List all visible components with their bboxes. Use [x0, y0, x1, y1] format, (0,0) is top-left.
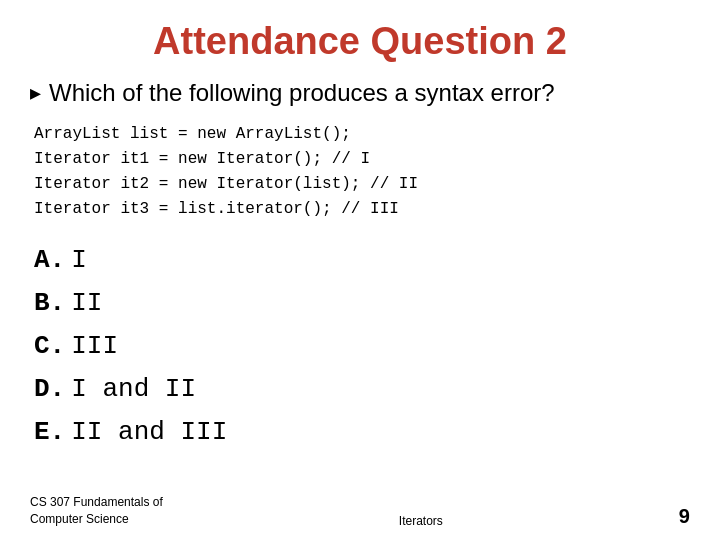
- answer-c: C. III: [34, 325, 690, 368]
- slide-title: Attendance Question 2: [30, 20, 690, 63]
- code-block: ArrayList list = new ArrayList(); Iterat…: [34, 122, 690, 221]
- bullet-icon: ▸: [30, 79, 41, 108]
- footer-left: CS 307 Fundamentals of Computer Science: [30, 494, 163, 528]
- answer-d-letter: D.: [34, 368, 65, 411]
- answer-d-text: I and II: [71, 368, 196, 411]
- answer-a-text: I: [71, 239, 87, 282]
- code-line-3: Iterator it2 = new Iterator(list); // II: [34, 172, 690, 197]
- answer-e-letter: E.: [34, 411, 65, 454]
- answer-b-letter: B.: [34, 282, 65, 325]
- footer-left-line1: CS 307 Fundamentals of: [30, 494, 163, 511]
- slide: Attendance Question 2 ▸ Which of the fol…: [0, 0, 720, 540]
- answer-a: A. I: [34, 239, 690, 282]
- footer: CS 307 Fundamentals of Computer Science …: [30, 494, 690, 528]
- answers-block: A. I B. II C. III D. I and II E. II and …: [34, 239, 690, 453]
- answer-b: B. II: [34, 282, 690, 325]
- answer-e-text: II and III: [71, 411, 227, 454]
- footer-page: 9: [679, 505, 690, 528]
- code-line-2: Iterator it1 = new Iterator(); // I: [34, 147, 690, 172]
- question-block: ▸ Which of the following produces a synt…: [30, 77, 690, 108]
- question-text: Which of the following produces a syntax…: [49, 77, 555, 108]
- answer-e: E. II and III: [34, 411, 690, 454]
- answer-b-text: II: [71, 282, 102, 325]
- code-line-4: Iterator it3 = list.iterator(); // III: [34, 197, 690, 222]
- answer-d: D. I and II: [34, 368, 690, 411]
- code-line-1: ArrayList list = new ArrayList();: [34, 122, 690, 147]
- answer-a-letter: A.: [34, 239, 65, 282]
- footer-center: Iterators: [399, 514, 443, 528]
- answer-c-text: III: [71, 325, 118, 368]
- footer-left-line2: Computer Science: [30, 511, 163, 528]
- answer-c-letter: C.: [34, 325, 65, 368]
